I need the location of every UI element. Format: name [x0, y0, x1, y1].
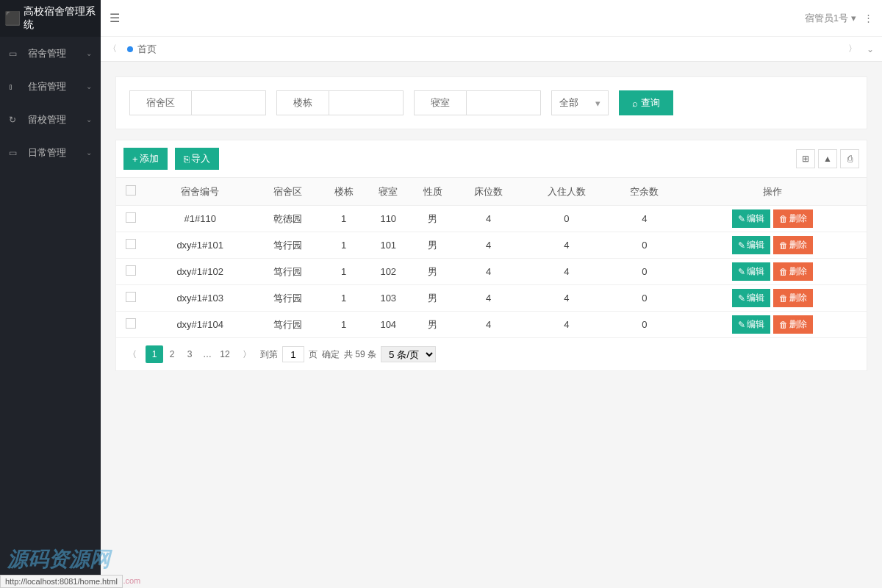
page-prev-icon[interactable]: 〈: [123, 345, 141, 363]
column-header: 空余数: [611, 178, 678, 206]
more-icon[interactable]: ⋮: [864, 12, 873, 24]
cell-nature: 男: [411, 312, 456, 338]
chevron-down-icon: ⌄: [86, 82, 92, 90]
row-checkbox[interactable]: [126, 265, 136, 276]
cell-occupied: 4: [522, 259, 611, 285]
menu-label: 住宿管理: [28, 80, 66, 93]
app-logo: ⬛ 高校宿舍管理系统: [0, 0, 101, 37]
edit-button[interactable]: ✎编辑: [732, 209, 770, 228]
edit-icon: ✎: [738, 267, 745, 277]
tab-active-dot-icon: [127, 46, 133, 52]
menu-icon: ▭: [9, 148, 21, 158]
toggle-sidebar-icon[interactable]: ☰: [110, 11, 120, 25]
user-dropdown[interactable]: 宿管员1号 ▾: [805, 12, 856, 25]
goto-confirm-button[interactable]: 确定: [322, 345, 340, 363]
page-number[interactable]: 3: [181, 345, 198, 363]
cell-area: 笃行园: [254, 232, 321, 259]
cell-area: 笃行园: [254, 285, 321, 312]
edit-icon: ✎: [738, 214, 745, 224]
cell-area: 笃行园: [254, 312, 321, 338]
columns-icon[interactable]: ⊞: [796, 149, 815, 168]
cell-room: 101: [366, 232, 411, 259]
row-checkbox[interactable]: [126, 212, 136, 223]
search-building-field: 楼栋: [276, 90, 404, 115]
search-building-input[interactable]: [329, 91, 403, 115]
select-all-checkbox[interactable]: [126, 185, 136, 196]
cell-nature: 男: [411, 285, 456, 312]
cell-occupied: 4: [522, 232, 611, 259]
chevron-down-icon: ⌄: [86, 49, 92, 57]
total-label: 共 59 条: [344, 348, 376, 361]
sidebar-item-2[interactable]: ↻留校管理⌄: [0, 103, 101, 136]
table-row: dxy#1#102笃行园1102男440✎编辑🗑删除: [116, 259, 867, 285]
import-label: 导入: [191, 152, 210, 165]
cell-room: 103: [366, 285, 411, 312]
sidebar-item-0[interactable]: ▭宿舍管理⌄: [0, 37, 101, 70]
edit-icon: ✎: [738, 293, 745, 304]
print-icon[interactable]: ⎙: [840, 149, 859, 168]
pagination: 〈 123…12 〉 到第 页 确定 共 59 条 5 条/页: [116, 338, 867, 370]
menu-label: 日常管理: [28, 146, 66, 159]
add-label: 添加: [140, 152, 159, 165]
dorm-table: 宿舍编号宿舍区楼栋寝室性质床位数入住人数空余数操作 #1#110乾德园1110男…: [116, 177, 867, 338]
query-button[interactable]: ⌕ 查询: [619, 90, 673, 115]
page-next-icon[interactable]: 〉: [238, 345, 256, 363]
cell-beds: 4: [455, 232, 522, 259]
page-number: …: [198, 345, 216, 363]
search-type-select[interactable]: 全部: [551, 90, 609, 115]
table-panel: + 添加 ⎘ 导入 ⊞ ▲ ⎙ 宿舍编号宿舍区楼栋寝室性质床位数入住人数空余数操…: [115, 140, 867, 371]
search-room-input[interactable]: [467, 91, 540, 115]
column-header: 性质: [411, 178, 456, 206]
page-size-select[interactable]: 5 条/页: [381, 346, 436, 362]
cell-building: 1: [321, 206, 366, 232]
sidebar-item-1[interactable]: ⫾住宿管理⌄: [0, 70, 101, 103]
tab-prev-icon[interactable]: 〈: [107, 43, 118, 55]
page-number[interactable]: 12: [216, 345, 234, 363]
delete-button[interactable]: 🗑删除: [773, 289, 813, 307]
delete-button[interactable]: 🗑删除: [773, 209, 813, 228]
cell-beds: 4: [455, 259, 522, 285]
delete-button[interactable]: 🗑删除: [773, 236, 813, 254]
select-value: 全部: [559, 96, 578, 110]
tab-home[interactable]: 首页: [118, 43, 165, 56]
table-row: dxy#1#101笃行园1101男440✎编辑🗑删除: [116, 232, 867, 259]
import-icon: ⎘: [184, 154, 190, 165]
search-room-field: 寝室: [414, 90, 541, 115]
row-checkbox[interactable]: [126, 239, 136, 249]
cell-nature: 男: [411, 232, 456, 259]
cell-area: 乾德园: [254, 206, 321, 232]
page-number[interactable]: 2: [163, 345, 181, 363]
row-checkbox[interactable]: [126, 318, 136, 329]
delete-button[interactable]: 🗑删除: [773, 262, 813, 281]
table-row: dxy#1#103笃行园1103男440✎编辑🗑删除: [116, 285, 867, 312]
search-area-label: 宿舍区: [130, 91, 192, 115]
delete-button[interactable]: 🗑删除: [773, 315, 813, 334]
tab-next-icon[interactable]: 〉: [847, 43, 858, 55]
import-button[interactable]: ⎘ 导入: [175, 148, 219, 170]
export-icon[interactable]: ▲: [818, 149, 837, 168]
column-header: 楼栋: [321, 178, 366, 206]
tab-dropdown-icon[interactable]: ⌄: [864, 43, 876, 55]
cell-occupied: 0: [522, 206, 611, 232]
add-button[interactable]: + 添加: [123, 148, 168, 170]
search-area-input[interactable]: [192, 91, 265, 115]
cell-free: 0: [611, 312, 678, 338]
goto-input[interactable]: [282, 346, 304, 362]
edit-button[interactable]: ✎编辑: [732, 289, 770, 307]
trash-icon: 🗑: [779, 214, 788, 224]
edit-button[interactable]: ✎编辑: [732, 236, 770, 254]
main-area: ☰ 宿管员1号 ▾ ⋮ 〈 首页 〉 ⌄ 宿舍区: [101, 0, 882, 588]
cell-id: dxy#1#104: [146, 312, 254, 338]
cell-free: 0: [611, 259, 678, 285]
cell-free: 0: [611, 232, 678, 259]
cell-building: 1: [321, 259, 366, 285]
cell-beds: 4: [455, 312, 522, 338]
row-checkbox[interactable]: [126, 292, 136, 302]
edit-button[interactable]: ✎编辑: [732, 315, 770, 334]
search-area-field: 宿舍区: [129, 90, 266, 115]
content: 宿舍区 楼栋 寝室 全部 ⌕ 查询: [101, 62, 882, 588]
sidebar-item-3[interactable]: ▭日常管理⌄: [0, 136, 101, 169]
search-bar: 宿舍区 楼栋 寝室 全部 ⌕ 查询: [115, 76, 867, 129]
page-number[interactable]: 1: [146, 345, 163, 363]
edit-button[interactable]: ✎编辑: [732, 262, 770, 281]
